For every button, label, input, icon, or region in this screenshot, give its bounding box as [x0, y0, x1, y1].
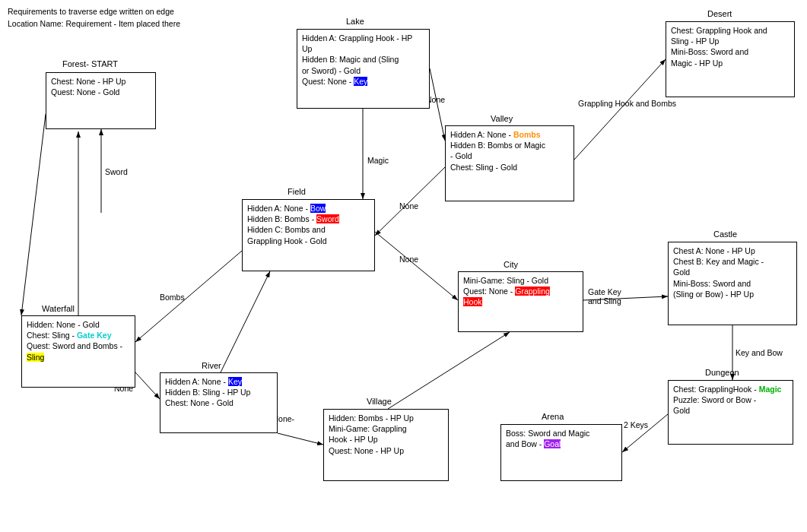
legend-line1: Requirements to traverse edge written on…: [8, 6, 180, 18]
svg-line-13: [21, 114, 46, 315]
node-content-field: Hidden A: None - Bow Hidden B: Bombs - S…: [247, 203, 370, 246]
river-key-highlight: Key: [228, 377, 242, 386]
title-waterfall: Waterfall: [42, 304, 75, 313]
node-content-castle: Chest A: None - HP Up Chest B: Key and M…: [673, 245, 792, 299]
title-dungeon: Dungeon: [705, 368, 739, 377]
svg-line-18: [221, 271, 270, 372]
node-content-forest: Chest: None - HP UpQuest: None - Gold: [51, 76, 151, 97]
title-forest: Forest- START: [62, 59, 118, 68]
title-arena: Arena: [542, 412, 564, 421]
valley-bombs-highlight: Bombs: [513, 130, 541, 139]
node-field: Hidden A: None - Bow Hidden B: Bombs - S…: [242, 199, 375, 271]
node-content-dungeon: Chest: GrapplingHook - Magic Puzzle: Swo…: [673, 384, 788, 416]
legend: Requirements to traverse edge written on…: [8, 6, 180, 30]
svg-text:Sword: Sword: [105, 167, 128, 176]
title-lake: Lake: [346, 17, 364, 26]
node-forest: Chest: None - HP UpQuest: None - Gold: [46, 72, 156, 129]
svg-text:and Sling: and Sling: [588, 296, 621, 306]
svg-text:2 Keys: 2 Keys: [624, 420, 648, 429]
svg-line-29: [622, 414, 668, 452]
svg-line-14: [135, 251, 242, 342]
svg-text:Key and Bow: Key and Bow: [736, 348, 783, 357]
node-waterfall: Hidden: None - Gold Chest: Sling - Gate …: [21, 315, 135, 388]
svg-line-21: [375, 232, 458, 300]
waterfall-gatekey-highlight: Gate Key: [77, 331, 112, 340]
node-lake: Hidden A: Grappling Hook - HP Up Hidden …: [297, 29, 430, 109]
title-city: City: [504, 260, 518, 269]
field-sword-highlight: Sword: [316, 214, 339, 223]
node-village: Hidden: Bombs - HP Up Mini-Game: Grappli…: [323, 409, 449, 481]
arena-goal-highlight: Goal: [544, 439, 561, 448]
city-grappling-highlight: GrapplingHook: [463, 287, 550, 306]
node-content-lake: Hidden A: Grappling Hook - HP Up Hidden …: [302, 33, 424, 87]
node-river: Hidden A: None - Key Hidden B: Sling - H…: [160, 372, 278, 433]
node-content-desert: Chest: Grappling Hook andSling - HP Up M…: [671, 25, 790, 68]
dungeon-magic-highlight: Magic: [759, 385, 782, 394]
title-village: Village: [367, 397, 392, 406]
svg-line-4: [430, 68, 445, 141]
node-content-waterfall: Hidden: None - Gold Chest: Sling - Gate …: [27, 319, 130, 363]
node-content-village: Hidden: Bombs - HP Up Mini-Game: Grappli…: [329, 413, 443, 456]
svg-text:Bombs: Bombs: [160, 293, 185, 302]
field-bow-highlight: Bow: [310, 204, 326, 213]
title-river: River: [202, 361, 221, 370]
svg-line-23: [388, 332, 510, 409]
title-desert: Desert: [707, 9, 732, 18]
title-field: Field: [288, 187, 306, 196]
title-valley: Valley: [491, 114, 513, 123]
svg-text:None: None: [399, 201, 418, 211]
svg-line-24: [583, 296, 668, 300]
svg-line-8: [574, 59, 666, 160]
svg-text:Magic: Magic: [367, 156, 389, 165]
title-castle: Castle: [713, 230, 737, 239]
svg-text:Gate Key: Gate Key: [588, 287, 622, 296]
node-arena: Boss: Sword and Magicand Bow - Goal: [500, 424, 622, 481]
map-canvas: Requirements to traverse edge written on…: [0, 0, 807, 532]
lake-key-highlight: Key: [354, 77, 367, 86]
legend-line2: Location Name: Requirement - Item placed…: [8, 18, 180, 30]
node-content-river: Hidden A: None - Key Hidden B: Sling - H…: [165, 376, 272, 409]
node-desert: Chest: Grappling Hook andSling - HP Up M…: [666, 21, 795, 97]
node-city: Mini-Game: Sling - Gold Quest: None - Gr…: [458, 271, 583, 332]
node-castle: Chest A: None - HP Up Chest B: Key and M…: [668, 242, 797, 325]
svg-line-19: [278, 433, 323, 445]
svg-line-6: [375, 167, 445, 236]
node-content-valley: Hidden A: None - Bombs Hidden B: Bombs o…: [450, 129, 569, 173]
svg-text:Grappling Hook and Bombs: Grappling Hook and Bombs: [578, 99, 676, 108]
waterfall-sling-highlight: Sling: [27, 353, 44, 362]
node-content-city: Mini-Game: Sling - Gold Quest: None - Gr…: [463, 275, 578, 308]
svg-text:None: None: [399, 255, 418, 264]
node-content-arena: Boss: Sword and Magicand Bow - Goal: [506, 428, 617, 449]
node-dungeon: Chest: GrapplingHook - Magic Puzzle: Swo…: [668, 380, 793, 445]
svg-line-16: [135, 372, 160, 399]
node-valley: Hidden A: None - Bombs Hidden B: Bombs o…: [445, 125, 574, 201]
